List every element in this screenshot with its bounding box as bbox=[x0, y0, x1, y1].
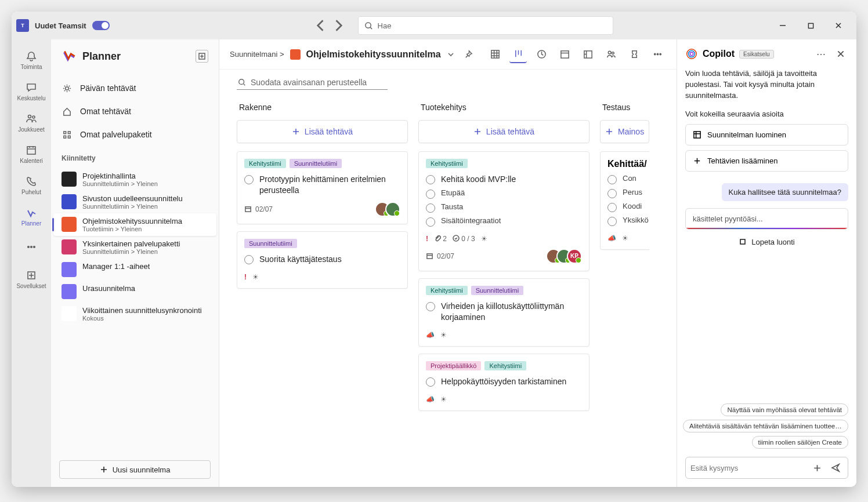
task-checkbox[interactable] bbox=[244, 255, 254, 264]
add-task-button[interactable]: Mainos bbox=[600, 120, 649, 143]
nav-forward-button[interactable] bbox=[330, 17, 346, 34]
search-input[interactable]: Hae bbox=[358, 16, 613, 35]
user-message: Kuka hallitsee tätä suunnitelmaa? bbox=[722, 183, 848, 201]
preview-badge: Esikatselu bbox=[739, 50, 774, 59]
plan-item[interactable]: ProjektinhallintaSuunnittelutiimin > Yle… bbox=[53, 168, 216, 191]
column-header[interactable]: Rakenne bbox=[237, 98, 408, 120]
nav-back-button[interactable] bbox=[313, 17, 329, 34]
copilot-more-button[interactable]: ⋯ bbox=[813, 46, 829, 61]
rail-chat[interactable]: Keskustelu bbox=[14, 77, 49, 106]
search-icon bbox=[364, 21, 373, 30]
subtask-checkbox[interactable] bbox=[426, 217, 435, 227]
sidebar-row-home[interactable]: Omat tehtävät bbox=[51, 100, 219, 123]
due-date: 02/07 bbox=[244, 205, 273, 213]
add-tab-button[interactable] bbox=[196, 50, 208, 63]
plan-color-icon bbox=[62, 239, 77, 254]
goals-view-button[interactable] bbox=[625, 46, 643, 63]
effort-icon: ☀ bbox=[252, 273, 259, 281]
sidebar-row-sun[interactable]: Päivän tehtävät bbox=[51, 77, 219, 100]
breadcrumb[interactable]: Suunnitelmani > bbox=[230, 50, 284, 59]
add-task-button[interactable]: Lisää tehtävä bbox=[237, 120, 408, 143]
svg-point-6 bbox=[31, 246, 32, 248]
task-card[interactable]: KehitystiimiKehitä koodi MVP:lleEtupääTa… bbox=[418, 151, 589, 271]
plan-item[interactable]: Viikoittainen suunnittelusynkronointiKok… bbox=[53, 303, 216, 325]
task-checkbox[interactable] bbox=[426, 377, 435, 387]
task-card[interactable]: KehitystiimiSuunnittelutiimiPrototyypin … bbox=[237, 151, 408, 224]
tag-dev: Kehitystiimi bbox=[244, 159, 286, 168]
tag-dev: Kehitystiimi bbox=[426, 159, 468, 168]
plan-color-icon bbox=[62, 217, 77, 232]
minimize-button[interactable] bbox=[769, 16, 796, 35]
schedule-view-button[interactable] bbox=[556, 46, 573, 63]
app-window: T Uudet Teamsit Hae ToimintaKeskusteluJo… bbox=[12, 12, 856, 487]
more-views-button[interactable] bbox=[649, 46, 666, 63]
plan-item[interactable]: Manager 1:1 -aiheet bbox=[53, 259, 216, 281]
plus-icon bbox=[473, 128, 482, 136]
copilot-suggestion[interactable]: Suunnitelman luominen bbox=[685, 124, 848, 145]
subtask-checkbox[interactable] bbox=[607, 175, 617, 184]
copilot-try-label: Voit kokeilla seuraavia asioita bbox=[685, 110, 848, 118]
add-task-button[interactable]: Lisää tehtävä bbox=[418, 120, 589, 143]
plan-item[interactable]: OhjelmistokehityssuunnitelmaTuotetiimin … bbox=[53, 213, 216, 236]
plan-item[interactable]: Urasuunnitelma bbox=[53, 281, 216, 303]
subtask-checkbox[interactable] bbox=[607, 203, 617, 212]
task-checkbox[interactable] bbox=[426, 175, 435, 184]
new-plan-button[interactable]: Uusi suunnitelma bbox=[59, 460, 211, 479]
copilot-suggestion[interactable]: Tehtävien lisääminen bbox=[685, 150, 848, 172]
maximize-button[interactable] bbox=[797, 16, 824, 35]
task-card[interactable]: SuunnittelutiimiSuorita käyttäjätestaus!… bbox=[237, 231, 408, 289]
assignees[interactable]: KP bbox=[551, 249, 582, 264]
close-button[interactable] bbox=[825, 16, 852, 35]
copilot-close-button[interactable] bbox=[833, 46, 848, 61]
subtask-checkbox[interactable] bbox=[607, 217, 617, 226]
rail-more[interactable] bbox=[14, 233, 49, 262]
column-header[interactable]: Testaus bbox=[600, 98, 649, 120]
board-column: RakenneLisää tehtäväKehitystiimiSuunnitt… bbox=[237, 98, 408, 475]
filter-input[interactable]: Suodata avainsanan perusteella bbox=[237, 75, 388, 90]
charts-view-button[interactable] bbox=[579, 46, 596, 63]
chevron-down-icon[interactable] bbox=[447, 50, 455, 59]
subtask-checkbox[interactable] bbox=[426, 190, 435, 199]
copilot-input[interactable] bbox=[685, 457, 848, 479]
prompt-chip[interactable]: Alitehtäviä sisältävän tehtävän lisäämin… bbox=[683, 420, 848, 432]
avatar: KP bbox=[567, 249, 582, 264]
assignees[interactable] bbox=[379, 202, 400, 217]
timeline-view-button[interactable] bbox=[533, 46, 550, 63]
rail-calls[interactable]: Puhelut bbox=[14, 170, 49, 199]
plan-item[interactable]: Yksinkertainen palvelupakettiSuunnittelu… bbox=[53, 236, 216, 259]
attach-button[interactable] bbox=[809, 460, 824, 475]
subtask-checkbox[interactable] bbox=[426, 203, 435, 213]
due-date: 02/07 bbox=[426, 252, 454, 260]
rail-calendar[interactable]: Kalenteri bbox=[14, 139, 49, 168]
rail-teams[interactable]: Joukkueet bbox=[14, 108, 49, 137]
copilot-text-field[interactable] bbox=[690, 464, 806, 472]
rail-activity[interactable]: Toiminta bbox=[14, 45, 49, 74]
board-view-button[interactable] bbox=[509, 46, 527, 63]
task-title: Virheiden ja kiillotuskäyttöliittymän ko… bbox=[441, 301, 582, 323]
task-card[interactable]: ProjektipäällikköKehitystiimiHelppokäytt… bbox=[418, 354, 589, 411]
send-button[interactable] bbox=[828, 460, 843, 475]
grid-icon bbox=[60, 130, 73, 140]
board-column: TuotekehitysLisää tehtäväKehitystiimiKeh… bbox=[418, 98, 589, 475]
subtask-checkbox[interactable] bbox=[607, 189, 617, 198]
rail-planner[interactable]: Planner bbox=[14, 202, 49, 231]
pin-icon[interactable] bbox=[464, 50, 473, 59]
task-checkbox[interactable] bbox=[244, 175, 254, 184]
suggestion-icon bbox=[693, 157, 701, 165]
task-checkbox[interactable] bbox=[426, 302, 435, 311]
plan-item[interactable]: Sivuston uudelleensuunnitteluSuunnittelu… bbox=[53, 191, 216, 213]
stop-generation-button[interactable]: Lopeta luonti bbox=[685, 230, 848, 254]
prompt-chip[interactable]: tiimin roolien säilöjen Create bbox=[752, 436, 848, 449]
grid-view-button[interactable] bbox=[486, 46, 504, 63]
task-card[interactable]: KehitystiimiSuunnittelutiimiVirheiden ja… bbox=[418, 278, 589, 347]
rail-apps[interactable]: Sovellukset bbox=[14, 264, 49, 293]
column-header[interactable]: Tuotekehitys bbox=[418, 98, 589, 120]
prompt-chip[interactable]: Näyttää vain myöhässä olevat tehtävät bbox=[721, 403, 848, 416]
new-teams-toggle[interactable] bbox=[92, 21, 110, 30]
tag-pm: Projektipäällikkö bbox=[426, 361, 481, 370]
sidebar-row-grid[interactable]: Omat palvelupaketit bbox=[51, 123, 219, 146]
task-card[interactable]: Kehittää/ConPerusKoodiYksikkö📣☀ bbox=[600, 151, 649, 250]
calls-icon bbox=[25, 175, 38, 188]
svg-rect-13 bbox=[63, 136, 66, 138]
people-view-button[interactable] bbox=[602, 46, 620, 63]
